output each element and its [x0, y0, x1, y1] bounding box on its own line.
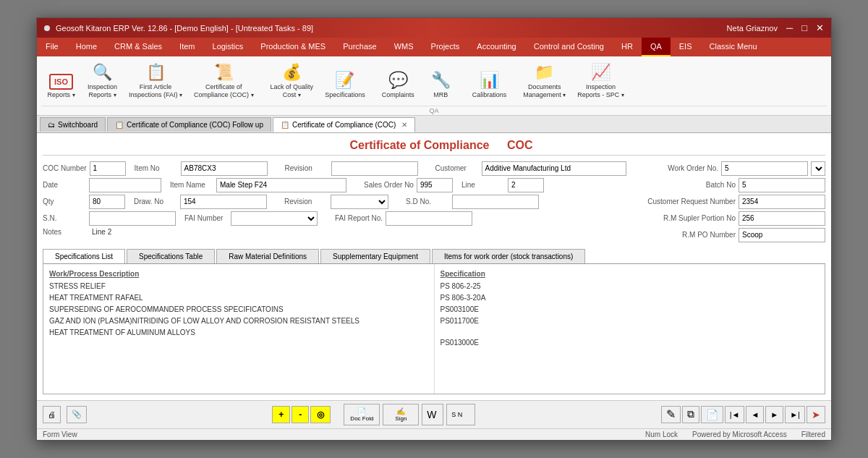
fai-report-field[interactable]	[386, 211, 472, 226]
remove-row-button[interactable]: -	[292, 406, 309, 423]
menu-production[interactable]: Production & MES	[252, 38, 334, 56]
switchboard-tab[interactable]: 🗂 Switchboard	[40, 117, 106, 132]
revision2-select[interactable]	[331, 195, 388, 209]
coc-button[interactable]: 📜 Certificate ofCompliance (COC) ▾	[189, 59, 259, 103]
menu-control[interactable]: Control and Costing	[525, 38, 613, 56]
sign-button[interactable]: ✍ Sign	[383, 404, 419, 425]
customer-field[interactable]: Additive Manufacturing Ltd	[482, 161, 626, 176]
sales-order-label: Sales Order No	[364, 181, 414, 189]
specifications-button[interactable]: 📝 Specifications	[320, 67, 370, 103]
clear-button[interactable]: ◎	[310, 406, 331, 423]
coc-main-tab[interactable]: 📋 Certificate of Compliance (COC) ✕	[273, 117, 415, 132]
inspection-reports-button[interactable]: 🔍 InspectionReports ▾	[82, 59, 122, 103]
window-title: Geosoft Kitaron ERP Ver. 12.86 - [Demo E…	[56, 24, 313, 33]
tabs-bar: 🗂 Switchboard 📋 Certificate of Complianc…	[37, 116, 831, 133]
complaints-button[interactable]: 💬 Complaints	[377, 67, 420, 103]
menu-item[interactable]: Item	[171, 38, 203, 56]
rm-supplier-field[interactable]: 256	[739, 211, 825, 226]
inspection-label: InspectionReports ▾	[88, 83, 117, 99]
coc-followup-tab[interactable]: 📋 Certificate of Compliance (COC) Follow…	[107, 117, 271, 132]
page-title-text: Certificate of Compliance	[350, 139, 490, 151]
customer-value: Additive Manufacturing Ltd	[485, 164, 571, 172]
edit-button[interactable]: ✎	[661, 406, 681, 423]
menu-classic[interactable]: Classic Menu	[701, 38, 766, 56]
inspection-spc-button[interactable]: 📈 InspectionReports - SPC ▾	[572, 59, 629, 103]
coc-number-label: COC Number	[43, 164, 87, 172]
line-field[interactable]: 2	[508, 178, 544, 192]
minimize-button[interactable]: ─	[786, 22, 793, 33]
menu-wms[interactable]: WMS	[386, 38, 422, 56]
spec-tab-raw[interactable]: Raw Material Definitions	[216, 249, 319, 263]
sales-order-field[interactable]: 995	[417, 178, 453, 192]
customer-request-field[interactable]: 2354	[739, 195, 825, 209]
menu-qa[interactable]: QA	[642, 38, 671, 56]
prev-record-button[interactable]: ◄	[746, 406, 764, 423]
menu-eis[interactable]: EIS	[671, 38, 701, 56]
close-button[interactable]: ✕	[816, 22, 824, 33]
qty-field[interactable]: 80	[89, 195, 125, 209]
spec-tab-work-order[interactable]: Items for work order (stock transactions…	[432, 249, 585, 263]
sn-label: S.N.	[43, 214, 86, 222]
sd-no-field[interactable]	[452, 195, 539, 209]
item-name-field[interactable]: Male Step F24	[216, 178, 346, 192]
fai-button[interactable]: 📋 First ArticleInspections (FAI) ▾	[124, 59, 187, 103]
next-record-button[interactable]: ►	[765, 406, 783, 423]
item-no-field[interactable]: AB78CX3	[181, 161, 268, 176]
copy-button[interactable]: ⧉	[682, 406, 699, 423]
batch-no-field[interactable]: 5	[739, 178, 825, 192]
attach-button[interactable]: 📎	[67, 406, 87, 423]
menu-accounting[interactable]: Accounting	[468, 38, 524, 56]
fai-report-label: FAI Report No.	[335, 214, 383, 222]
inspection-spc-label: InspectionReports - SPC ▾	[577, 83, 624, 99]
item-name-label: Item Name	[170, 181, 213, 189]
export-button[interactable]: ➤	[807, 406, 825, 423]
spec-item-0: PS 806-2-25	[441, 281, 820, 292]
spec-item-4	[441, 327, 820, 337]
revision-field[interactable]	[331, 161, 418, 176]
sn-nav-button[interactable]: S N	[446, 404, 475, 425]
work-order-field[interactable]: 5	[721, 161, 808, 176]
doc-fold-button[interactable]: 📄 Doc Fold	[344, 404, 380, 425]
revision2-label: Revision	[284, 198, 328, 205]
coc-number-field[interactable]: 1	[90, 161, 126, 176]
status-bar: Form View Num Lock Powered by Microsoft …	[37, 428, 831, 440]
coc-main-label: Certificate of Compliance (COC)	[292, 121, 396, 129]
rm-po-field[interactable]: Scoop	[739, 228, 825, 242]
window-dot	[44, 25, 50, 31]
spec-tab-supplementary[interactable]: Supplementary Equipment	[320, 249, 430, 263]
close-tab-icon[interactable]: ✕	[401, 121, 407, 129]
menu-purchase[interactable]: Purchase	[334, 38, 385, 56]
calibrations-button[interactable]: 📊 Calibrations	[467, 67, 512, 103]
sn-field[interactable]	[89, 211, 176, 226]
last-record-button[interactable]: ►|	[785, 406, 805, 423]
spec-tab-table[interactable]: Specifications Table	[127, 249, 215, 263]
spec-item-2: PS003100E	[441, 304, 820, 315]
new-record-button[interactable]: 📄	[701, 406, 723, 423]
menu-logistics[interactable]: Logistics	[204, 38, 252, 56]
work-order-select[interactable]	[811, 161, 825, 176]
coc-followup-icon: 📋	[115, 121, 124, 129]
menu-projects[interactable]: Projects	[422, 38, 469, 56]
spec-tab-list[interactable]: Specifications List	[43, 249, 125, 263]
iso-label: Reports ▾	[47, 91, 75, 99]
maximize-button[interactable]: □	[801, 22, 807, 33]
draw-no-field[interactable]: 154	[180, 195, 267, 209]
print-button[interactable]: 🖨	[43, 406, 61, 423]
main-content: Certificate of Compliance COC COC Number…	[37, 133, 831, 400]
iso-reports-button[interactable]: ISO Reports ▾	[41, 70, 81, 103]
add-row-button[interactable]: +	[272, 406, 290, 423]
coc-icon: 📜	[214, 63, 234, 82]
menu-file[interactable]: File	[37, 38, 67, 56]
menu-home[interactable]: Home	[67, 38, 106, 56]
specification-label: Specification	[441, 270, 820, 278]
first-record-button[interactable]: |◄	[725, 406, 745, 423]
date-field[interactable]	[89, 178, 161, 192]
quality-cost-button[interactable]: 💰 Lack of QualityCost ▾	[265, 59, 319, 103]
menu-crm[interactable]: CRM & Sales	[106, 38, 171, 56]
documents-button[interactable]: 📁 DocumentsManagement ▾	[518, 59, 571, 103]
menu-hr[interactable]: HR	[613, 38, 642, 56]
wo-button[interactable]: W	[422, 404, 443, 425]
inspection-icon: 🔍	[93, 63, 112, 82]
fai-number-select[interactable]	[231, 211, 318, 226]
mrb-button[interactable]: 🔧 MRB	[421, 67, 461, 103]
